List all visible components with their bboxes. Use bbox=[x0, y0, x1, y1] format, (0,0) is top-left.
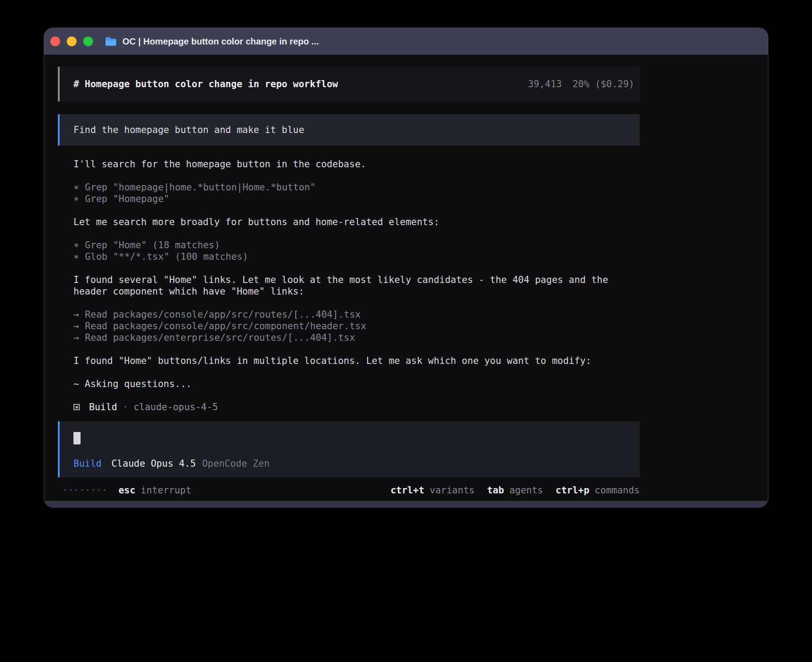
variants-hint: ctrl+t variants bbox=[390, 484, 475, 496]
tool-call: ∗ Grep "homepage|home.*button|Home.*butt… bbox=[73, 182, 640, 193]
agent-name: Build bbox=[89, 401, 117, 413]
tool-asterisk-icon: ∗ bbox=[73, 182, 79, 193]
tool-call: ∗ Grep "Home" (18 matches) bbox=[73, 239, 640, 251]
arrow-right-icon: → bbox=[73, 332, 79, 343]
agent-separator: · bbox=[122, 401, 128, 413]
hint-key: ctrl+t bbox=[390, 484, 424, 496]
tool-call: ∗ Glob "**/*.tsx" (100 matches) bbox=[73, 251, 640, 262]
hint-label: variants bbox=[430, 484, 475, 496]
hint-label: agents bbox=[509, 484, 543, 496]
editor-agent-label[interactable]: Build bbox=[73, 458, 102, 469]
session-header: # Homepage button color change in repo w… bbox=[58, 67, 640, 101]
assistant-paragraph: Let me search more broadly for buttons a… bbox=[58, 216, 640, 228]
user-message: Find the homepage button and make it blu… bbox=[58, 114, 640, 145]
editor-meta: Build Claude Opus 4.5 OpenCode Zen bbox=[73, 458, 640, 469]
traffic-lights bbox=[50, 36, 93, 46]
tool-asterisk-icon: ∗ bbox=[73, 193, 79, 205]
tool-call-group: → Read packages/console/app/src/routes/[… bbox=[58, 309, 640, 343]
tool-call-text: Grep "Home" (18 matches) bbox=[85, 239, 220, 251]
folder-icon bbox=[105, 36, 117, 46]
esc-key-label: interrupt bbox=[141, 484, 191, 496]
hint-key: tab bbox=[487, 484, 504, 496]
commands-hint: ctrl+p commands bbox=[556, 484, 640, 496]
editor-model-label[interactable]: Claude Opus 4.5 bbox=[111, 458, 196, 469]
tool-call-text: Read packages/enterprise/src/routes/[...… bbox=[85, 332, 355, 343]
build-agent-icon bbox=[73, 404, 80, 410]
session-title: # Homepage button color change in repo w… bbox=[73, 78, 338, 90]
esc-key: esc bbox=[118, 484, 135, 496]
zoom-button[interactable] bbox=[83, 36, 93, 46]
titlebar-title-group: OC | Homepage button color change in rep… bbox=[105, 36, 319, 47]
prompt-input[interactable]: Build Claude Opus 4.5 OpenCode Zen bbox=[58, 421, 640, 477]
interrupt-hint: esc interrupt bbox=[118, 484, 191, 496]
arrow-right-icon: → bbox=[73, 309, 79, 320]
context-cost: 20% ($0.29) bbox=[572, 78, 634, 90]
assistant-paragraph: I found several "Home" links. Let me loo… bbox=[58, 274, 640, 297]
editor-provider-label: OpenCode Zen bbox=[202, 458, 270, 469]
text-cursor bbox=[73, 432, 81, 444]
assistant-status-line: ~ Asking questions... bbox=[58, 378, 640, 390]
tool-call: → Read packages/console/app/src/componen… bbox=[73, 320, 640, 332]
terminal-window: OC | Homepage button color change in rep… bbox=[44, 28, 768, 507]
status-bar-left: ········ esc interrupt bbox=[62, 484, 191, 496]
token-count: 39,413 bbox=[528, 78, 562, 90]
user-message-text: Find the homepage button and make it blu… bbox=[73, 124, 304, 136]
hint-key: ctrl+p bbox=[556, 484, 589, 496]
tool-call-text: Glob "**/*.tsx" (100 matches) bbox=[85, 251, 248, 262]
tool-call: → Read packages/console/app/src/routes/[… bbox=[73, 309, 640, 320]
tool-asterisk-icon: ∗ bbox=[73, 239, 79, 251]
assistant-paragraph: I found "Home" buttons/links in multiple… bbox=[58, 355, 640, 367]
window-title: OC | Homepage button color change in rep… bbox=[122, 36, 319, 47]
tool-call-group: ∗ Grep "Home" (18 matches) ∗ Glob "**/*.… bbox=[58, 239, 640, 262]
status-bar: ········ esc interrupt ctrl+t variants t… bbox=[58, 484, 640, 496]
tool-call-text: Read packages/console/app/src/routes/[..… bbox=[85, 309, 361, 320]
tool-call-text: Grep "Homepage" bbox=[85, 193, 170, 205]
spinner-dots: ········ bbox=[62, 484, 107, 496]
close-button[interactable] bbox=[50, 36, 60, 46]
tool-call-text: Read packages/console/app/src/component/… bbox=[85, 320, 366, 332]
tool-asterisk-icon: ∗ bbox=[73, 251, 79, 262]
terminal-body: # Homepage button color change in repo w… bbox=[44, 55, 768, 501]
hint-label: commands bbox=[595, 484, 640, 496]
agents-hint: tab agents bbox=[487, 484, 543, 496]
session-content: # Homepage button color change in repo w… bbox=[58, 55, 640, 496]
status-bar-right: ctrl+t variants tab agents ctrl+p comman… bbox=[390, 484, 640, 496]
assistant-paragraph: I'll search for the homepage button in t… bbox=[58, 158, 640, 170]
window-titlebar[interactable]: OC | Homepage button color change in rep… bbox=[44, 28, 768, 55]
tool-call-text: Grep "homepage|home.*button|Home.*button… bbox=[85, 182, 316, 193]
tool-call-group: ∗ Grep "homepage|home.*button|Home.*butt… bbox=[58, 182, 640, 205]
tool-call: → Read packages/enterprise/src/routes/[.… bbox=[73, 332, 640, 343]
minimize-button[interactable] bbox=[67, 36, 77, 46]
agent-status-line: Build · claude-opus-4-5 bbox=[58, 401, 640, 413]
tool-call: ∗ Grep "Homepage" bbox=[73, 193, 640, 205]
arrow-right-icon: → bbox=[73, 320, 79, 332]
window-bottom-edge bbox=[44, 501, 768, 507]
session-stats: 39,413 20% ($0.29) bbox=[528, 78, 634, 90]
agent-model: claude-opus-4-5 bbox=[134, 401, 218, 413]
